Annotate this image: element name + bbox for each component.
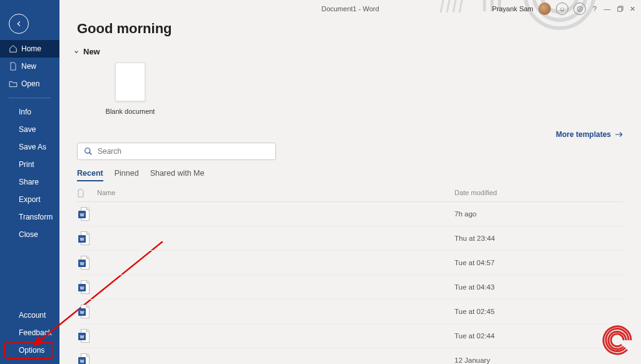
file-date: 12 January (454, 356, 623, 364)
nav-share[interactable]: Share (0, 173, 59, 191)
nav-open[interactable]: Open (0, 75, 59, 93)
col-date-header[interactable]: Date modified (454, 189, 623, 198)
help-icon[interactable]: ? (591, 5, 598, 13)
tab-shared[interactable]: Shared with Me (150, 169, 205, 181)
svg-point-12 (85, 148, 90, 153)
nav-new[interactable]: New (0, 58, 59, 75)
file-table-header: Name Date modified (77, 185, 623, 202)
word-doc-icon: W (78, 207, 90, 221)
nav-label: Home (21, 44, 41, 53)
template-label: Blank document (106, 108, 155, 115)
greeting-heading: Good morning (77, 21, 623, 37)
template-blank-document[interactable]: Blank document (96, 63, 165, 115)
home-icon (9, 44, 18, 53)
nav-save-as[interactable]: Save As (0, 138, 59, 156)
section-new-label: New (83, 47, 100, 56)
file-row[interactable]: WTue at 04:57 (77, 251, 623, 275)
svg-rect-11 (617, 7, 621, 11)
nav-divider (9, 98, 51, 98)
file-date: 7h ago (454, 210, 623, 218)
nav-transform[interactable]: Transform (0, 208, 59, 226)
file-date: Thu at 23:44 (454, 235, 623, 242)
word-doc-icon: W (78, 231, 90, 245)
nav-account[interactable]: Account (0, 306, 59, 324)
col-name-header[interactable]: Name (97, 189, 454, 198)
word-doc-icon: W (78, 280, 90, 294)
search-box[interactable] (77, 143, 276, 160)
more-templates-link[interactable]: More templates (556, 130, 623, 139)
page-icon (9, 62, 18, 71)
file-row[interactable]: WTue at 02:45 (77, 300, 623, 324)
file-row[interactable]: WTue at 04:43 (77, 275, 623, 300)
arrow-right-icon (615, 131, 623, 138)
avatar[interactable] (538, 3, 551, 15)
nav-close[interactable]: Close (0, 226, 59, 243)
word-doc-icon: W (78, 329, 90, 343)
file-row[interactable]: W7h ago (77, 202, 623, 226)
feedback-frown-icon[interactable]: ☹ (573, 3, 586, 15)
tab-recent[interactable]: Recent (77, 169, 103, 181)
section-new-toggle[interactable]: New (73, 47, 623, 56)
close-icon[interactable]: ✕ (628, 5, 636, 13)
nav-print[interactable]: Print (0, 156, 59, 173)
word-doc-icon: W (78, 305, 90, 318)
nav-save[interactable]: Save (0, 121, 59, 138)
chevron-down-icon (73, 49, 79, 55)
document-title: Document1 - Word (321, 5, 379, 13)
nav-info[interactable]: Info (0, 103, 59, 121)
recent-tabs: Recent Pinned Shared with Me (77, 169, 623, 181)
file-date: Tue at 02:45 (454, 308, 623, 315)
word-doc-icon: W (78, 256, 90, 270)
search-input[interactable] (98, 147, 269, 156)
restore-icon[interactable] (616, 5, 623, 13)
content-area: Good morning New Blank document More tem… (59, 17, 641, 364)
svg-line-13 (90, 153, 92, 155)
file-sidebar: Home New Open Info Save Save As Print Sh… (0, 0, 59, 364)
file-row[interactable]: W12 January (77, 348, 623, 364)
nav-label: Open (21, 79, 39, 88)
page-icon (77, 189, 85, 198)
nav-home[interactable]: Home (0, 40, 59, 58)
blank-page-thumb (115, 63, 145, 101)
folder-open-icon (9, 79, 18, 88)
nav-options[interactable]: Options (0, 341, 59, 359)
file-date: Tue at 04:57 (454, 259, 623, 266)
file-date: Tue at 02:44 (454, 332, 623, 340)
feedback-smile-icon[interactable]: ☺ (556, 3, 568, 15)
file-row[interactable]: WThu at 23:44 (77, 226, 623, 251)
main-pane: Document1 - Word Prayank Sam ☺ ☹ ? — ✕ G… (59, 0, 641, 364)
nav-feedback[interactable]: Feedback (0, 324, 59, 341)
file-date: Tue at 04:43 (454, 283, 623, 291)
minimize-icon[interactable]: — (603, 5, 611, 13)
file-row[interactable]: WTue at 02:44 (77, 324, 623, 348)
nav-label: New (21, 62, 36, 71)
tab-pinned[interactable]: Pinned (115, 169, 139, 181)
file-list: W7h agoWThu at 23:44WTue at 04:57WTue at… (77, 202, 623, 364)
titlebar: Document1 - Word Prayank Sam ☺ ☹ ? — ✕ (59, 0, 641, 17)
user-name[interactable]: Prayank Sam (492, 5, 533, 13)
word-doc-icon: W (78, 353, 90, 364)
search-icon (84, 147, 93, 156)
titlebar-controls: Prayank Sam ☺ ☹ ? — ✕ (492, 3, 636, 15)
nav-export[interactable]: Export (0, 191, 59, 208)
back-button[interactable] (9, 14, 29, 34)
